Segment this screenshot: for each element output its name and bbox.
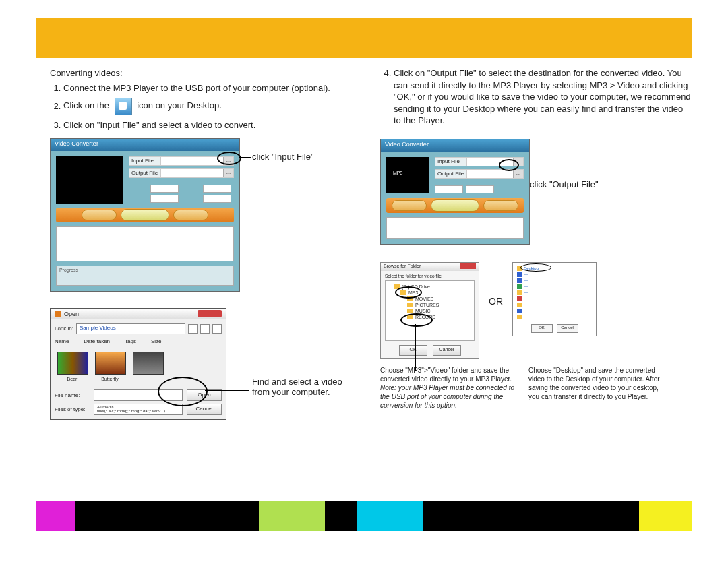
- desktop-browse-dialog: Desktop — — — — — — — — OK Cancel: [512, 262, 597, 336]
- steps-left: Connect the MP3 Player to the USB port o…: [50, 82, 360, 131]
- or-label: OR: [489, 296, 503, 307]
- callout-input-file: click "Input File": [252, 152, 314, 162]
- open-dialog: Open Look in: Sample Videos Name: [50, 308, 226, 420]
- vc-preview: [56, 156, 123, 204]
- callout-output-file: click "Output File": [530, 179, 599, 189]
- steps-right: Click on "Output File" to select the des…: [380, 67, 692, 127]
- vc-play-button[interactable]: [82, 210, 117, 220]
- bottom-color-bar: [36, 501, 692, 531]
- content-area: Converting videos: Connect the MP3 Playe…: [50, 67, 692, 474]
- look-in-field[interactable]: Sample Videos: [76, 323, 185, 334]
- vc-toolbar: [56, 208, 234, 222]
- nav-back-icon[interactable]: [188, 324, 198, 334]
- browse-folder-dialog: Browse for Folder Select the folder for …: [380, 262, 479, 359]
- top-orange-bar: [36, 18, 692, 58]
- mp3-folder-highlight: [395, 286, 422, 299]
- file-thumb-3[interactable]: [133, 352, 162, 381]
- file-thumb-1[interactable]: Bear: [57, 352, 87, 381]
- output-file-highlight: [499, 159, 519, 171]
- cancel-button[interactable]: Cancel: [557, 324, 578, 333]
- cancel-button[interactable]: Cancel: [433, 345, 461, 356]
- file-type-field[interactable]: All media files(*.avi;*.mpeg;*.mpg;*.dat…: [94, 404, 183, 415]
- desktop-highlight: [520, 263, 551, 272]
- open-titlebar: Open: [51, 309, 226, 319]
- nav-view-icon[interactable]: [212, 324, 222, 334]
- video-converter-window-2: Video Converter MP3 Input File... Output…: [380, 139, 530, 245]
- vc-progress: Progress: [56, 266, 234, 286]
- callout-select-file: Find and select a video from your comput…: [252, 377, 360, 397]
- vc-titlebar: Video Converter: [51, 139, 239, 151]
- vc-preview-2: MP3: [386, 157, 429, 193]
- step-1: Connect the MP3 Player to the USB port o…: [63, 82, 360, 94]
- open-app-icon: [55, 311, 61, 317]
- nav-up-icon[interactable]: [200, 324, 210, 334]
- file-thumb-2[interactable]: Butterfly: [95, 352, 125, 381]
- vc-output-browse-button[interactable]: ...: [223, 169, 233, 177]
- select-file-highlight: [158, 377, 208, 406]
- right-column: Click on "Output File" to select the des…: [380, 67, 692, 474]
- heading: Converting videos:: [50, 67, 360, 80]
- left-column: Converting videos: Connect the MP3 Playe…: [50, 67, 360, 474]
- vc-output-browse-button-2[interactable]: ...: [513, 170, 523, 178]
- video-folder-highlight: [400, 313, 433, 327]
- close-icon[interactable]: [198, 310, 222, 317]
- caption-mp3-option: Choose "MP3">"Video" folder and save the…: [380, 366, 515, 410]
- step-4: Click on "Output File" to select the des…: [394, 67, 692, 127]
- video-converter-icon: [115, 98, 132, 115]
- vc-convert-button[interactable]: [121, 209, 169, 221]
- video-converter-window: Video Converter Input File ... Output Fi…: [50, 138, 240, 292]
- close-icon[interactable]: [460, 263, 476, 269]
- input-file-highlight: [217, 152, 241, 165]
- vc-output-row: Output File ...: [129, 168, 234, 178]
- vc-file-list: [56, 226, 234, 261]
- caption-desktop-option: Choose "Desktop" and save the converted …: [528, 366, 663, 410]
- ok-button[interactable]: OK: [399, 345, 427, 356]
- step-3: Click on "Input File" and select a video…: [63, 119, 360, 131]
- step-2: Click on the icon on your Desktop.: [63, 98, 360, 115]
- ok-button[interactable]: OK: [531, 324, 553, 333]
- vc-stop-button[interactable]: [173, 210, 208, 220]
- open-column-headers: Name Date taken Tags Size: [55, 337, 222, 346]
